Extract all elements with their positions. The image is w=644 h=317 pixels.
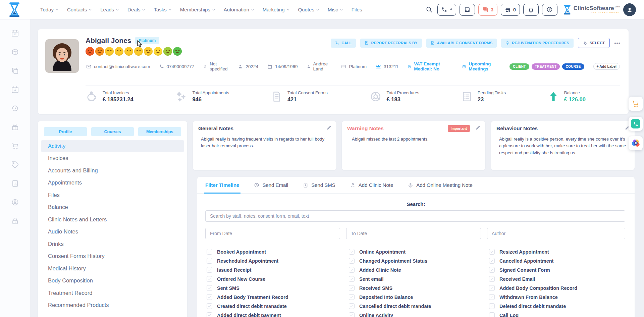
section-menu-item[interactable]: Audio Notes [41, 226, 184, 238]
more-options-button[interactable]: ••• [614, 40, 621, 46]
checkbox-icon[interactable] [207, 312, 212, 317]
author-input[interactable] [487, 228, 625, 239]
floating-ai-button[interactable]: AI [629, 136, 643, 150]
mood-face-icon[interactable] [154, 47, 162, 56]
checkbox-icon[interactable] [489, 285, 495, 291]
help-button[interactable] [542, 4, 557, 16]
section-menu-item[interactable]: Accounts and Billing [41, 164, 184, 177]
nav-item[interactable]: Memberships [180, 7, 215, 12]
section-menu-item[interactable]: Files [41, 189, 184, 201]
inbox-button[interactable] [460, 4, 475, 16]
tab-filter-timeline[interactable]: Filter Timeline [205, 177, 239, 193]
mood-face-icon[interactable] [163, 47, 172, 56]
tab-add-online-meeting-note[interactable]: Add Online Meeting Note [408, 177, 473, 193]
checkbox-icon[interactable] [207, 249, 212, 255]
nav-item[interactable]: Deals [127, 7, 145, 12]
filter-checkbox-item[interactable]: Sent SMS [207, 283, 349, 293]
filter-checkbox-item[interactable]: Added direct debit payment [207, 311, 349, 317]
nav-item[interactable]: Tasks [154, 7, 171, 12]
checkbox-icon[interactable] [349, 294, 355, 300]
filter-checkbox-item[interactable]: Cancelled Appointment [489, 256, 635, 265]
checkbox-icon[interactable] [349, 285, 355, 291]
shop-button[interactable]: 0 [501, 4, 520, 16]
client-label-pill[interactable]: CLIENT [509, 63, 529, 70]
add-label-button[interactable]: + Add Label [593, 63, 620, 70]
profile-tab[interactable]: Memberships [138, 127, 181, 136]
checkbox-icon[interactable] [489, 276, 495, 282]
filter-checkbox-item[interactable]: Rescheduled Appointment [207, 256, 349, 265]
edit-pencil-icon[interactable] [327, 125, 332, 130]
checkbox-icon[interactable] [489, 312, 495, 317]
call-button[interactable]: CALL [331, 39, 356, 48]
email-item[interactable]: contact@clinicsoftware.com [86, 64, 150, 69]
checkbox-icon[interactable] [207, 258, 212, 264]
edit-pencil-icon[interactable] [476, 125, 481, 130]
filter-checkbox-item[interactable]: Added Body Treatment Record [207, 293, 349, 302]
checkbox-icon[interactable] [207, 294, 212, 300]
history-icon[interactable] [0, 99, 30, 118]
filter-checkbox-item[interactable]: Changed Appointment Status [349, 256, 489, 265]
nav-item[interactable]: Misc [328, 7, 342, 12]
available-consent-forms-button[interactable]: AVAILABLE CONSENT FORMS [426, 39, 497, 48]
notifications-button[interactable] [523, 4, 539, 16]
section-menu-item[interactable]: Drinks [41, 238, 184, 250]
section-menu-item[interactable]: Medical History [41, 262, 184, 275]
nav-item[interactable]: Today [40, 7, 58, 12]
user-avatar[interactable] [623, 3, 636, 16]
tab-send-email[interactable]: Send Email [254, 177, 288, 193]
filter-checkbox-item[interactable]: Sent email [349, 274, 489, 283]
report-referrals-button[interactable]: REPORT REFERRALS BY [360, 39, 422, 48]
filter-checkbox-item[interactable]: Resized Appointment [489, 247, 635, 256]
checkbox-icon[interactable] [207, 276, 212, 282]
filter-checkbox-item[interactable]: Withdrawn From Balance [489, 293, 635, 302]
nav-item[interactable]: Files [352, 7, 362, 12]
client-photo[interactable] [45, 39, 79, 73]
search-icon[interactable] [424, 5, 434, 14]
nav-item[interactable]: Quotes [298, 7, 319, 12]
checkbox-icon[interactable] [349, 276, 355, 282]
nav-item[interactable]: Leads [100, 7, 118, 12]
lock-icon[interactable] [0, 212, 30, 230]
filter-checkbox-item[interactable]: Cancelled direct debit mandate [349, 302, 489, 311]
checkbox-icon[interactable] [489, 303, 495, 309]
filter-checkbox-item[interactable]: Received Email [489, 274, 635, 283]
upcoming-meetings-link[interactable]: 12 Upcoming Meetings [462, 61, 500, 71]
filter-checkbox-item[interactable]: Ordered New Course [207, 274, 349, 283]
gift-icon[interactable] [0, 118, 30, 137]
filter-checkbox-item[interactable]: Added Clinic Note [349, 265, 489, 274]
filter-checkbox-item[interactable]: Call Log [489, 311, 635, 317]
profile-tab[interactable]: Profile [44, 127, 87, 136]
section-menu-item[interactable]: Recommended Products [41, 299, 184, 312]
vat-exempt-link[interactable]: VAT Exempt Medical: No [408, 61, 453, 71]
section-menu-item[interactable]: Treatment Record [41, 287, 184, 299]
checkbox-icon[interactable] [207, 267, 212, 273]
section-menu-item[interactable]: Appointments [41, 177, 184, 189]
mood-face-icon[interactable] [144, 47, 153, 56]
section-menu-item[interactable]: Clinic Notes and Letters [41, 213, 184, 226]
nav-item[interactable]: Contacts [67, 7, 91, 12]
filter-checkbox-item[interactable]: Issued Receipt [207, 265, 349, 274]
checkbox-icon[interactable] [349, 267, 355, 273]
calendar-day-icon[interactable]: 12 [0, 24, 30, 43]
checkbox-icon[interactable] [489, 294, 495, 300]
filter-checkbox-item[interactable]: Added Body Composition Record [489, 283, 635, 293]
mood-face-icon[interactable] [86, 47, 94, 56]
mood-face-icon[interactable] [115, 47, 123, 56]
tab-send-sms[interactable]: Send SMS [303, 177, 335, 193]
mood-face-icon[interactable] [173, 47, 182, 56]
filter-checkbox-item[interactable]: Deleted direct debit mandate [489, 302, 635, 311]
filter-checkbox-item[interactable]: Online Activity [349, 311, 489, 317]
rejuvenation-procedures-button[interactable]: REJUVENATION PROCEDURES [501, 39, 574, 48]
mood-face-icon[interactable] [105, 47, 114, 56]
select-button[interactable]: SELECT [578, 38, 610, 48]
floating-cart-button[interactable] [629, 97, 643, 111]
package-icon[interactable] [0, 43, 30, 61]
to-date-input[interactable] [346, 228, 481, 239]
profile-tab[interactable]: Courses [91, 127, 134, 136]
nav-item[interactable]: Marketing [263, 7, 289, 12]
phone-button[interactable] [437, 4, 456, 16]
section-menu-item[interactable]: Consent Forms History [41, 250, 184, 263]
checkbox-icon[interactable] [207, 285, 212, 291]
mood-face-icon[interactable] [95, 47, 104, 56]
cart-icon[interactable] [0, 137, 30, 155]
